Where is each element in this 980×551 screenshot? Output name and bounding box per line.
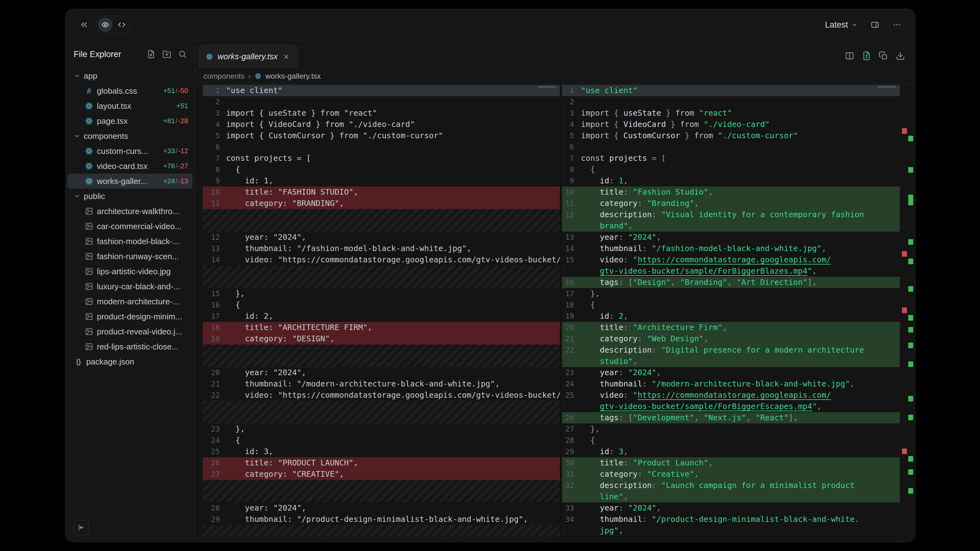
code-line: 29 thumbnail: "/product-design-minimalis… xyxy=(203,514,560,525)
file-item-product-design-minim[interactable]: product-design-minim... xyxy=(67,309,192,324)
panel-layout-button[interactable] xyxy=(868,18,882,32)
css-file-icon: # xyxy=(85,87,93,95)
line-number: 13 xyxy=(562,232,574,243)
copy-button[interactable] xyxy=(876,49,891,63)
line-number: 6 xyxy=(203,141,220,152)
file-tree: app#globals.css+51/-50layout.tsx+51page.… xyxy=(65,68,194,542)
minimap-addition-mark xyxy=(908,456,913,462)
file-item-fashion-model-black[interactable]: fashion-model-black-... xyxy=(67,234,192,249)
breadcrumb-folder[interactable]: components xyxy=(204,72,245,81)
code-line: 13 thumbnail: "/fashion-model-black-and-… xyxy=(203,243,560,254)
file-item-lips-artistic-video-jpg[interactable]: lips-artistic-video.jpg xyxy=(67,264,192,279)
diff-collapsed-gap xyxy=(203,265,560,288)
line-number: 7 xyxy=(203,152,220,164)
line-number: 28 xyxy=(562,435,574,446)
diff-stats: +51/-50 xyxy=(161,87,192,95)
collapse-panel-button[interactable] xyxy=(77,17,91,32)
search-files-button[interactable] xyxy=(177,49,188,59)
line-number: 3 xyxy=(562,108,574,119)
file-item-modern-architecture[interactable]: modern-architecture-... xyxy=(67,294,192,309)
diff-pane-before[interactable]: 1"use client"23import { useState } from … xyxy=(195,84,560,542)
code-line: 22 video: "https://commondatastorage.goo… xyxy=(203,390,560,401)
editor-area: works-gallery.tsx components › works-gal… xyxy=(195,41,915,542)
diff-collapsed-gap xyxy=(203,345,560,367)
view-mode-toggle xyxy=(96,16,131,34)
download-button[interactable] xyxy=(893,49,908,63)
code-line: 22 description: "Digital presence for a … xyxy=(562,345,900,356)
diff-minimap[interactable] xyxy=(900,84,915,542)
line-number: 16 xyxy=(562,277,574,288)
close-tab-button[interactable] xyxy=(282,52,290,61)
file-item-custom-curs[interactable]: custom-curs...+33/-12 xyxy=(67,143,192,159)
line-number: 9 xyxy=(562,175,574,186)
code-line: 32 description: "Launch campaign for a m… xyxy=(562,480,900,491)
file-item-car-commercial-video[interactable]: car-commercial-video... xyxy=(67,219,192,234)
line-number: 24 xyxy=(562,378,574,390)
line-number: 2 xyxy=(203,96,220,108)
file-item-works-galler[interactable]: works-galler...+24/-13 xyxy=(67,174,192,189)
file-item-layout-tsx[interactable]: layout.tsx+51 xyxy=(67,98,192,113)
new-file-button[interactable] xyxy=(146,49,156,59)
code-line: 23 year: "2024", xyxy=(562,367,900,378)
code-line: 9 id: 1, xyxy=(203,175,560,186)
file-item-video-card-tsx[interactable]: video-card.tsx+76/-27 xyxy=(67,159,192,174)
file-item-red-lips-artistic-close[interactable]: red-lips-artistic-close... xyxy=(67,339,192,354)
line-number: 13 xyxy=(203,243,220,254)
horizontal-scrollbar[interactable] xyxy=(538,86,556,88)
diff-stats: +24/-13 xyxy=(161,177,192,185)
code-mode-button[interactable] xyxy=(115,17,129,32)
file-item-fashion-runway-scen[interactable]: fashion-runway-scen... xyxy=(67,249,192,264)
file-explorer-title: File Explorer xyxy=(74,49,121,59)
new-folder-button[interactable] xyxy=(162,49,172,59)
folder-item-public[interactable]: public xyxy=(67,189,192,204)
file-label: fashion-runway-scen... xyxy=(97,252,179,261)
line-number: 11 xyxy=(562,198,574,209)
more-options-button[interactable] xyxy=(890,18,904,32)
line-number: 12 xyxy=(562,209,574,220)
code-line: 4import { VideoCard } from "./video-card… xyxy=(203,119,560,130)
minimap-addition-mark xyxy=(908,414,913,420)
file-item-globals-css[interactable]: #globals.css+51/-50 xyxy=(67,83,192,98)
code-line: 27 category: "CREATIVE", xyxy=(203,468,560,480)
diff-stats: +51 xyxy=(174,102,192,110)
file-item-luxury-car-black-and[interactable]: luxury-car-black-and-... xyxy=(67,279,192,294)
file-item-page-tsx[interactable]: page.tsx+81/-28 xyxy=(67,113,192,129)
file-item-package-json[interactable]: {}package.json xyxy=(67,354,192,369)
tab-works-gallery[interactable]: works-gallery.tsx xyxy=(199,45,298,68)
collapse-sidebar-button[interactable] xyxy=(74,520,89,535)
code-line: 5import { CustomCursor } from "./custom-… xyxy=(562,130,900,141)
code-line: 2 xyxy=(203,96,560,108)
folder-item-components[interactable]: components xyxy=(67,129,192,143)
folder-item-app[interactable]: app xyxy=(67,68,192,83)
code-line: 33 year: "2024", xyxy=(562,502,900,514)
new-file-icon xyxy=(147,50,156,59)
code-line: 15 }, xyxy=(203,288,560,299)
line-number: 17 xyxy=(562,288,574,299)
diff-pane-after[interactable]: 1"use client"23import { useState } from … xyxy=(560,84,900,542)
code-line: 12 description: "Visual identity for a c… xyxy=(562,209,900,220)
line-number: 18 xyxy=(203,322,220,333)
line-number: 21 xyxy=(203,378,220,390)
split-view-button[interactable] xyxy=(842,49,857,63)
breadcrumb-file[interactable]: works-gallery.tsx xyxy=(265,72,321,81)
image-file-icon xyxy=(85,252,93,260)
file-label: page.tsx xyxy=(97,116,127,126)
horizontal-scrollbar[interactable] xyxy=(878,86,896,88)
json-file-icon: {} xyxy=(74,357,83,366)
download-icon xyxy=(896,51,905,60)
code-line: 3import { useState } from "react" xyxy=(562,108,900,119)
diff-collapsed-gap xyxy=(203,480,560,502)
minimap-addition-mark xyxy=(908,136,913,141)
code-line: line", xyxy=(562,491,900,502)
code-line: 18 { xyxy=(562,299,900,311)
line-number: 26 xyxy=(203,457,220,468)
diff-collapsed-gap xyxy=(203,401,560,424)
file-changes-button[interactable] xyxy=(859,49,874,63)
file-label: layout.tsx xyxy=(97,101,131,111)
file-item-architecture-walkthro[interactable]: architecture-walkthro... xyxy=(67,204,192,219)
file-label: works-galler... xyxy=(97,176,147,186)
line-number: 21 xyxy=(562,333,574,345)
file-item-product-reveal-video-j[interactable]: product-reveal-video.j... xyxy=(67,324,192,339)
preview-mode-button[interactable] xyxy=(98,17,113,32)
version-dropdown[interactable]: Latest xyxy=(823,20,860,30)
